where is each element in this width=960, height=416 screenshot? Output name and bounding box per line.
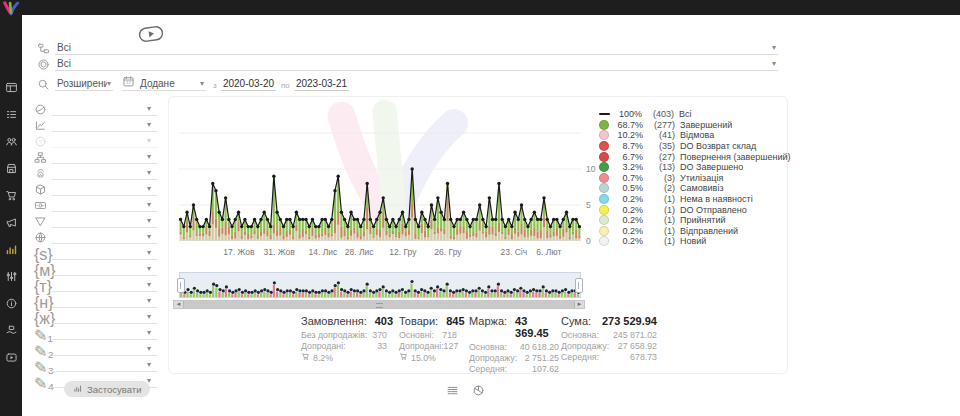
- cart-mini-icon: [301, 352, 310, 364]
- legend-item[interactable]: 8.7%(35)DO Возврат склад: [599, 141, 791, 152]
- legend-item[interactable]: 6.7%(27)Повернення (завершений): [599, 151, 791, 162]
- filter-row-question[interactable]: ?▾: [34, 134, 158, 150]
- date-from-label: з: [213, 81, 217, 90]
- stat-value: 845: [446, 315, 464, 327]
- sidebar-item-orders[interactable]: [0, 103, 22, 128]
- date-to-input[interactable]: 2023-03-21: [294, 78, 349, 91]
- stat-sub-row: Допродані:33: [301, 341, 387, 352]
- filter-row-underline: [52, 115, 158, 116]
- sidebar-item-settings[interactable]: [0, 265, 22, 290]
- sidebar-item-store[interactable]: [0, 157, 22, 182]
- horizontal-scrollbar[interactable]: ◄ ►: [173, 300, 585, 309]
- filter-row-cube[interactable]: ▾: [34, 182, 158, 198]
- legend-item[interactable]: 0.5%(2)Самовивіз: [599, 183, 791, 194]
- sidebar-item-analytics[interactable]: [0, 238, 22, 263]
- filter-row-brace-t[interactable]: {т}▾: [34, 278, 158, 294]
- sidebar-item-products[interactable]: [0, 319, 22, 344]
- sidebar-item-purchases[interactable]: [0, 184, 22, 209]
- legend-swatch: [599, 120, 609, 130]
- filter-row-pen-3[interactable]: ✎₃▾: [34, 358, 158, 374]
- chart-legend: 100%(403)Всі68.7%(277)Завершений10.2%(41…: [599, 109, 791, 247]
- handbox-icon: [5, 323, 18, 341]
- legend-item[interactable]: 0.2%(1)Новий: [599, 236, 791, 247]
- legend-swatch: [599, 205, 609, 215]
- category-filter-value: Всі: [55, 42, 772, 54]
- sidebar-item-info[interactable]: [0, 292, 22, 317]
- filter-row-brace-m[interactable]: {м}▾: [34, 262, 158, 278]
- filter-row-funnel[interactable]: ▾: [34, 214, 158, 230]
- scroll-left-arrow[interactable]: ◄: [174, 301, 183, 308]
- scrollbar-thumb[interactable]: [183, 301, 575, 308]
- cart-mini-icon: [399, 352, 408, 364]
- filter-row-brace-s[interactable]: {s}▾: [34, 246, 158, 262]
- stat-title: Сума:: [561, 315, 591, 327]
- filter-row-pen-1[interactable]: ✎₁▾: [34, 326, 158, 342]
- chevron-down-icon: ▾: [772, 59, 778, 70]
- legend-percent: 0.2%: [613, 226, 643, 236]
- legend-percent: 68.7%: [613, 120, 643, 130]
- filter-row-fingerprint[interactable]: ▾: [34, 166, 158, 182]
- table-view-button[interactable]: [446, 383, 459, 401]
- date-from-input[interactable]: 2020-03-20: [221, 78, 276, 91]
- legend-percent: 0.5%: [613, 183, 643, 193]
- stat-value: 273 529.94: [602, 315, 657, 327]
- date-field-dropdown[interactable]: 17 Додане ▾: [122, 76, 206, 91]
- chevron-down-icon: ▾: [147, 328, 153, 339]
- stat-sub-row: 8.2%: [301, 352, 387, 364]
- stat-sub-value: 8.2%: [313, 353, 333, 364]
- stat-sub-value: 245 871.02: [613, 330, 657, 341]
- filter-row-sphere[interactable]: ▾: [34, 102, 158, 118]
- legend-item[interactable]: 3.2%(13)DO Завершено: [599, 162, 791, 173]
- chevron-down-icon: ▾: [147, 312, 153, 323]
- chart-navigator[interactable]: [179, 272, 581, 298]
- legend-item[interactable]: 0.2%(1)Нема в наявності: [599, 194, 791, 205]
- filter-row-trend[interactable]: ▾: [34, 118, 158, 134]
- scroll-right-arrow[interactable]: ►: [575, 301, 584, 308]
- filter-row-pen-2[interactable]: ✎₂▾: [34, 342, 158, 358]
- filter-row-brace-zh[interactable]: {ж}▾: [34, 310, 158, 326]
- legend-label: DO Возврат склад: [680, 141, 756, 151]
- category-filter-dropdown[interactable]: Всі ▾: [55, 40, 778, 55]
- navigator-right-handle[interactable]: [575, 278, 583, 293]
- legend-item[interactable]: 0.2%(1)DO Отправлено: [599, 204, 791, 215]
- legend-count: (403): [647, 109, 674, 119]
- sidebar-item-marketing[interactable]: [0, 211, 22, 236]
- sidebar-item-dashboard[interactable]: [0, 76, 22, 101]
- pie-view-button[interactable]: [472, 383, 485, 401]
- date-to-label: по: [281, 81, 290, 90]
- app-logo: [2, 1, 20, 16]
- apply-button[interactable]: Застосувати: [64, 381, 150, 397]
- legend-item[interactable]: 0.2%(1)Прийнятий: [599, 215, 791, 226]
- orders-icon: [5, 107, 18, 125]
- legend-percent: 0.2%: [613, 236, 643, 246]
- legend-label: Прийнятий: [680, 215, 726, 225]
- sidebar-item-customers[interactable]: [0, 130, 22, 155]
- stat-sub-value: 127: [444, 341, 459, 352]
- filter-row-hierarchy[interactable]: ▾: [34, 150, 158, 166]
- stat-title: Замовлення:: [301, 315, 367, 327]
- product-filter-dropdown[interactable]: Всі ▾: [55, 56, 778, 71]
- stat-sub-label: Середня:: [469, 364, 507, 375]
- legend-item[interactable]: 0.2%(1)Відправлений: [599, 226, 791, 237]
- legend-item[interactable]: 68.7%(277)Завершений: [599, 120, 791, 131]
- chevron-down-icon: ▾: [107, 79, 113, 90]
- chevron-down-icon: ▾: [147, 184, 153, 195]
- sidebar-item-tutorials[interactable]: [0, 346, 22, 371]
- navigator-left-handle[interactable]: [177, 278, 185, 293]
- chevron-down-icon: ▾: [147, 200, 153, 211]
- main-chart[interactable]: [179, 105, 581, 241]
- legend-count: (277): [648, 120, 675, 130]
- x-axis-label: 6. Лют: [536, 247, 561, 257]
- stat-sub-label: Основна:: [561, 330, 599, 341]
- search-icon[interactable]: [37, 77, 50, 95]
- search-mode-dropdown[interactable]: Розширений ▾: [55, 76, 113, 91]
- legend-item[interactable]: 10.2%(41)Відмова: [599, 130, 791, 141]
- filter-row-banknote[interactable]: ▾: [34, 198, 158, 214]
- legend-label: Відмова: [680, 130, 714, 140]
- chevron-down-icon: ▾: [147, 264, 153, 275]
- chart-card: 0510 17. Жов31. Жов14. Лис28. Лис12. Гру…: [168, 96, 788, 374]
- legend-item[interactable]: 100%(403)Всі: [599, 109, 791, 120]
- filter-row-brace-n[interactable]: {н}▾: [34, 294, 158, 310]
- legend-item[interactable]: 0.7%(3)Утилізація: [599, 173, 791, 184]
- filter-row-globe[interactable]: ▾: [34, 230, 158, 246]
